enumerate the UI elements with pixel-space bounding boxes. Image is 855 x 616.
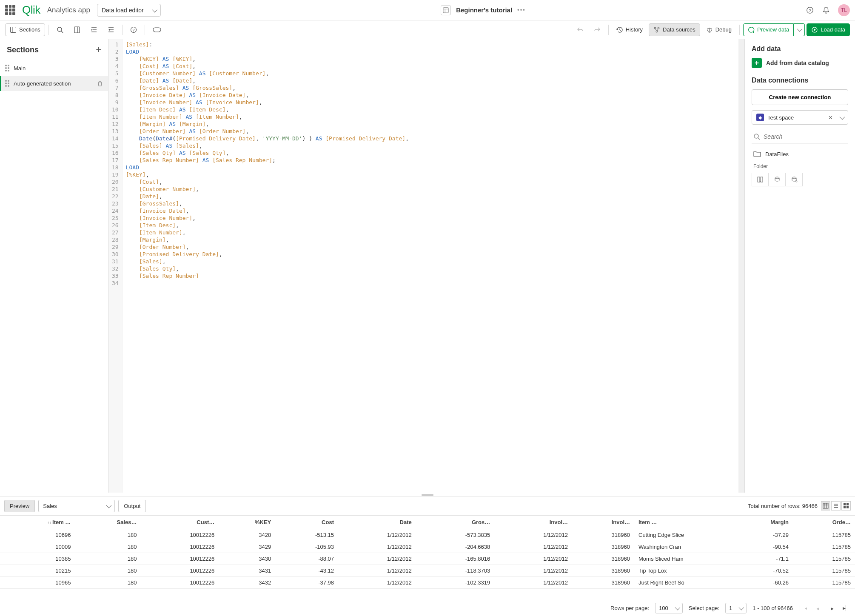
space-label: Test space [767,114,794,121]
rows-per-page-label: Rows per page: [610,605,649,611]
section-item[interactable]: Auto-generated section [0,76,108,91]
space-icon: ◆ [756,114,764,121]
app-sheet-icon [441,5,451,15]
create-connection-button[interactable]: Create new connection [752,89,848,105]
svg-rect-32 [758,177,760,182]
column-header[interactable]: Gros… [416,516,495,529]
data-sources-label: Data sources [663,26,695,33]
folder-icon [753,151,761,157]
next-page-button[interactable]: ▸ [828,605,836,612]
preview-data-dropdown[interactable] [794,23,805,36]
column-header[interactable]: Cust… [141,516,219,529]
load-data-button[interactable]: Load data [807,23,850,36]
column-header[interactable]: Date [338,516,416,529]
data-sources-button[interactable]: Data sources [649,23,700,36]
notifications-icon[interactable] [822,6,830,14]
chevron-down-icon [152,7,156,14]
debug-icon [706,26,713,33]
space-selector[interactable]: ◆ Test space ✕ [752,110,848,125]
sections-toggle-button[interactable]: Sections [5,23,45,36]
page-selector[interactable]: 1 [725,603,747,613]
help-inline-button[interactable]: ? [126,24,141,36]
data-sources-icon [653,26,660,33]
select-page-label: Select page: [689,605,719,611]
table-row[interactable]: 10965180100122263432-37.981/12/2012-102.… [0,577,855,589]
output-tab[interactable]: Output [118,500,146,512]
edit-connection-icon[interactable] [786,173,803,186]
more-options-icon[interactable]: ••• [517,7,526,13]
rows-per-page-selector[interactable]: 100 [655,603,683,613]
horizontal-splitter[interactable] [0,493,855,496]
search-button[interactable] [52,24,68,36]
editor-scrollbar[interactable] [738,39,744,493]
tag-button[interactable] [148,24,165,35]
section-item[interactable]: Main [0,60,108,76]
view-table-icon[interactable] [821,501,830,510]
svg-rect-47 [846,506,849,508]
table-row[interactable]: 10215180100122263431-43.121/12/2012-118.… [0,565,855,577]
column-header[interactable]: Item … [634,516,732,529]
search-input[interactable] [764,133,846,140]
table-row[interactable]: 10696180100122263428-513.151/12/2012-573… [0,529,855,541]
comment-button[interactable] [69,24,85,36]
first-page-button[interactable]: ⎸◂ [799,605,807,612]
history-label: History [626,26,643,33]
column-header[interactable]: Margin [732,516,793,529]
column-header[interactable]: Sales… [75,516,141,529]
user-avatar[interactable]: TL [838,4,850,16]
column-header[interactable]: Invoi… [572,516,634,529]
svg-point-30 [754,134,758,138]
plus-icon: + [752,58,762,68]
preview-data-label: Preview data [757,26,789,33]
indent-button[interactable] [86,24,102,36]
mode-selector[interactable]: Data load editor [97,4,161,17]
data-connections-heading: Data connections [752,77,848,84]
table-row[interactable]: 10385180100122263430-88.071/12/2012-165.… [0,553,855,565]
svg-rect-37 [823,503,828,508]
history-button[interactable]: History [612,24,647,36]
add-section-button[interactable]: + [96,44,101,55]
outdent-button[interactable] [103,24,119,36]
undo-button[interactable] [573,24,588,36]
insert-script-icon[interactable] [769,173,786,186]
app-name: Analytics app [47,6,90,14]
document-title: Beginner's tutorial [456,6,512,14]
view-grid-icon[interactable] [841,501,851,510]
svg-rect-46 [844,506,846,508]
column-header[interactable]: ↑↓Item … [0,516,75,529]
add-from-catalog-button[interactable]: + Add from data catalog [752,58,848,68]
column-header[interactable]: Orde… [793,516,855,529]
preview-icon [748,26,755,33]
preview-data-button[interactable]: Preview data [743,23,794,36]
svg-point-34 [775,177,779,179]
column-header[interactable]: %KEY [219,516,275,529]
column-header[interactable]: Invoi… [494,516,572,529]
view-list-icon[interactable] [831,501,841,510]
select-data-icon[interactable] [752,173,769,186]
drag-handle-icon[interactable] [5,80,9,87]
delete-section-icon[interactable] [97,80,103,86]
connection-datafiles[interactable]: DataFiles [752,147,848,161]
svg-rect-0 [443,7,448,12]
debug-button[interactable]: Debug [702,24,736,36]
prev-page-button[interactable]: ◂ [813,605,822,612]
svg-point-7 [57,27,62,31]
clear-space-icon[interactable]: ✕ [828,114,833,121]
table-selector[interactable]: Sales [38,500,115,512]
column-header[interactable]: Cost [275,516,338,529]
script-editor[interactable]: 1234567891011121314151617181920212223242… [108,39,738,493]
drag-handle-icon[interactable] [5,65,9,71]
svg-text:?: ? [809,8,811,12]
svg-point-20 [654,27,656,29]
redo-button[interactable] [590,24,605,36]
svg-line-8 [61,31,63,33]
svg-point-35 [792,177,796,179]
preview-tab[interactable]: Preview [4,500,35,512]
add-catalog-label: Add from data catalog [766,60,829,66]
table-row[interactable]: 10009180100122263429-105.931/12/2012-204… [0,541,855,553]
connection-search[interactable] [752,130,848,144]
sections-heading: Sections [7,46,39,54]
last-page-button[interactable]: ▸⎸ [842,605,851,612]
app-launcher-icon[interactable] [5,5,15,15]
help-icon[interactable]: ? [806,6,814,14]
